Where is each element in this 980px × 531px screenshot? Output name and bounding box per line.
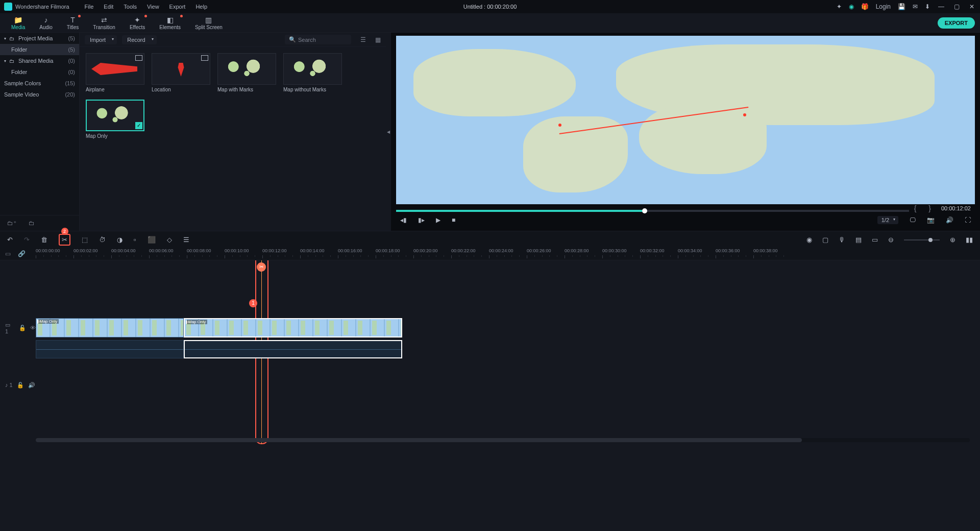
sidebar-item-shared-media[interactable]: ▾🗀Shared Media(0) [0,55,79,66]
lock-icon[interactable]: 🔓 [19,325,26,331]
volume-icon[interactable]: 🔊 [946,216,953,224]
maximize-button[interactable]: ▢ [952,3,961,10]
color-icon[interactable]: ◑ [117,236,122,244]
preview-quality-icon[interactable]: 🖵 [910,216,916,224]
stop-icon[interactable]: ■ [452,216,455,224]
lock-icon[interactable]: 🔓 [17,382,24,389]
minimize-button[interactable]: — [937,3,945,10]
crop-icon[interactable]: ⬚ [82,236,88,244]
clip-1[interactable]: Map Only [36,318,184,337]
collapse-handle[interactable]: ◀ [386,33,391,231]
ruler-tick: 00:00:16:00 [338,248,362,253]
next-frame-icon[interactable]: ▮▸ [418,216,425,224]
preview-panel: { } 00:00:12:02 ◂▮ ▮▸ ▶ ■ 1/2 🖵 📷 🔊 ⛶ [391,33,980,231]
audio-track[interactable]: ♪ 1🔓🔊 [0,374,980,396]
redo-icon[interactable]: ↷ [24,236,30,244]
media-item-map-marks[interactable]: Map with Marks [217,53,276,92]
download-icon[interactable]: ⬇ [925,3,930,10]
delete-icon[interactable]: 🗑 [41,236,47,244]
menu-edit[interactable]: Edit [99,4,118,10]
media-item-map-only[interactable]: ✓Map Only [86,100,144,139]
preview-progress[interactable] [396,210,909,212]
tab-transition[interactable]: ⇄Transition [86,15,122,31]
marker-brackets[interactable]: { } [914,204,936,212]
search-input[interactable]: 🔍Search [285,35,351,44]
keyframe-icon[interactable]: ◇ [167,236,172,244]
prev-frame-icon[interactable]: ◂▮ [400,216,407,224]
mute-icon[interactable]: 🔊 [28,382,35,389]
grid-view-icon[interactable]: ▦ [375,36,381,43]
render-icon[interactable]: ⬛ [148,236,156,244]
new-folder-icon[interactable]: 🗀⁺ [7,220,16,227]
tab-effects[interactable]: ✦Effects [122,15,152,31]
support-icon[interactable]: ◉ [849,3,854,10]
gift-icon[interactable]: 🎁 [861,3,869,10]
menu-help[interactable]: Help [190,4,212,10]
save-icon[interactable]: 💾 [898,3,905,10]
import-dropdown[interactable]: Import [85,35,117,44]
login-button[interactable]: Login [876,3,891,10]
playhead-scissors-icon[interactable]: ✂ [257,262,266,272]
sidebar-item-shared-folder[interactable]: Folder(0) [0,66,79,78]
eye-icon[interactable]: 👁 [30,325,36,331]
sidebar-item-sample-video[interactable]: Sample Video(20) [0,89,79,100]
green-screen-icon[interactable]: ▫ [134,236,136,244]
timeline[interactable]: ✂ 1 ▭ 1🔓👁 Map Only Map Only ♪ 1🔓🔊 [0,260,980,444]
tab-elements[interactable]: ◧Elements [152,15,188,31]
sidebar-item-sample-colors[interactable]: Sample Colors(15) [0,78,79,89]
ruler-tick: 00:00:32:00 [640,248,665,253]
record-dropdown[interactable]: Record [122,35,156,44]
media-item-airplane[interactable]: Airplane [86,53,144,92]
preview-scale-dropdown[interactable]: 1/2 [877,216,898,224]
clip-2[interactable]: Map Only [184,318,402,337]
ruler-tick: 00:00:24:00 [489,248,513,253]
link-icon[interactable]: 🔗 [18,250,26,257]
tab-media[interactable]: 📁Media [4,15,32,31]
close-button[interactable]: ✕ [968,3,976,10]
sync-icon[interactable]: ▭ [5,250,11,257]
snapshot-icon[interactable]: 📷 [927,216,935,224]
video-audio-track[interactable] [0,339,980,359]
sidebar-item-folder[interactable]: Folder(5) [0,44,79,55]
speed-icon[interactable]: ⏱ [99,236,106,244]
ruler-tick: 00:00:18:00 [376,248,400,253]
open-folder-icon[interactable]: 🗀 [29,220,35,227]
split-button[interactable]: 2✂ [59,234,70,246]
preview-timestamp: 00:00:12:02 [941,205,971,211]
video-track[interactable]: ▭ 1🔓👁 Map Only Map Only [0,317,980,339]
message-icon[interactable]: ✉ [913,3,918,10]
media-item-map-no-marks[interactable]: Map without Marks [283,53,342,92]
menu-file[interactable]: File [80,4,99,10]
tab-split-screen[interactable]: ▥Split Screen [188,15,230,31]
undo-icon[interactable]: ↶ [7,236,13,244]
zoom-out-icon[interactable]: ⊖ [888,236,894,244]
search-icon: 🔍 [289,36,296,43]
zoom-fit-icon[interactable]: ▮▮ [966,236,973,244]
tab-titles[interactable]: TTitles [60,15,86,31]
timeline-scrollbar[interactable] [36,438,970,442]
ruler-tick: 00:00:04:00 [111,248,136,253]
menu-export[interactable]: Export [164,4,191,10]
marker-icon[interactable]: ▢ [822,236,828,244]
mixer-icon[interactable]: ◉ [806,236,812,244]
zoom-in-icon[interactable]: ⊕ [950,236,955,244]
ruler-tick: 00:00:28:00 [565,248,589,253]
filter-icon[interactable]: ☰ [360,36,366,43]
fullscreen-icon[interactable]: ⛶ [965,216,971,224]
sidebar-item-project-media[interactable]: ▾🗀Project Media(5) [0,33,79,44]
timeline-ruler[interactable]: ▭🔗 00:00:00:0000:00:02:0000:00:04:0000:0… [0,248,980,260]
media-item-location[interactable]: Location [152,53,210,92]
check-icon: ✓ [135,122,142,129]
timeline-toolbar: ↶ ↷ 🗑 2✂ ⬚ ⏱ ◑ ▫ ⬛ ◇ ☰ ◉ ▢ 🎙 ▤ ▭ ⊖ ⊕ ▮▮ [0,231,980,248]
play-icon[interactable]: ▶ [436,216,440,224]
menu-tools[interactable]: Tools [118,4,142,10]
preview-video[interactable] [396,36,975,204]
export-button[interactable]: EXPORT [938,17,975,29]
track-size-icon[interactable]: ▭ [872,236,878,244]
menu-view[interactable]: View [142,4,164,10]
zoom-slider[interactable] [904,239,940,240]
tips-icon[interactable]: ✦ [837,3,842,10]
tab-audio[interactable]: ♪Audio [32,15,60,31]
adjust-icon[interactable]: ☰ [183,236,189,244]
audio-mixer-icon[interactable]: ▤ [855,236,862,244]
